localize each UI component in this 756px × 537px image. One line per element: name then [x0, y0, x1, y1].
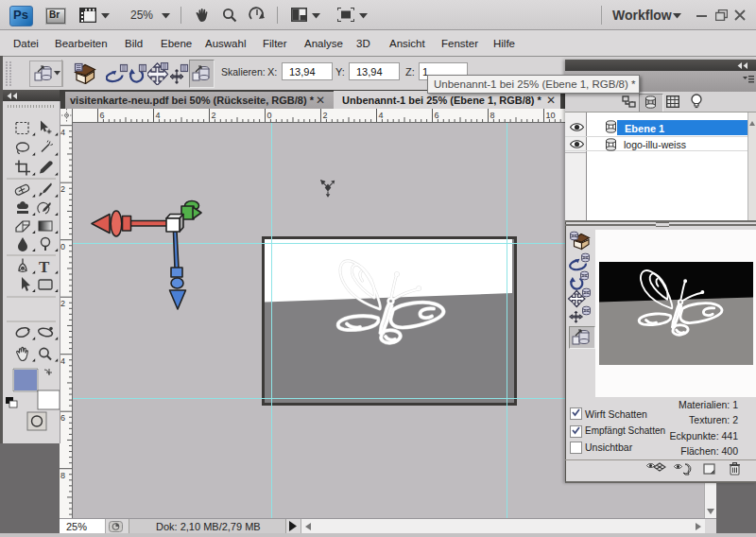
svg-text:4: 4	[60, 128, 65, 137]
svg-text:2: 2	[60, 299, 65, 308]
svg-text:6: 6	[435, 111, 439, 120]
svg-text:6: 6	[100, 111, 105, 120]
svg-text:0: 0	[60, 242, 65, 251]
svg-text:2: 2	[212, 111, 216, 120]
svg-text:8: 8	[60, 471, 65, 480]
svg-text:T: T	[39, 258, 50, 276]
svg-text:2: 2	[323, 111, 328, 120]
svg-text:2: 2	[60, 184, 65, 194]
svg-text:4: 4	[60, 356, 65, 366]
svg-text:4: 4	[156, 111, 161, 120]
svg-text:8: 8	[490, 111, 495, 120]
svg-text:0: 0	[267, 111, 272, 120]
svg-text:4: 4	[379, 111, 384, 120]
svg-text:10: 10	[546, 111, 556, 120]
svg-text:6: 6	[60, 413, 65, 423]
